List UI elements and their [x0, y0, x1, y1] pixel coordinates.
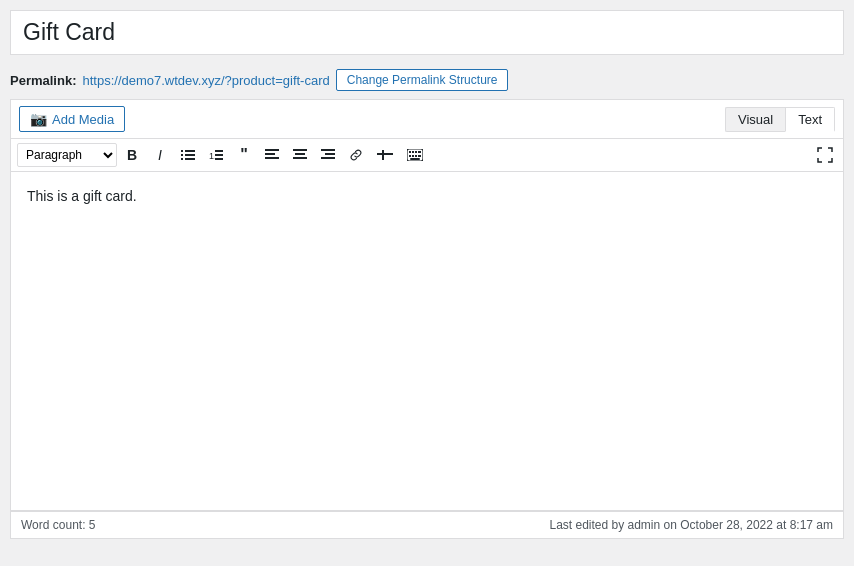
tab-visual[interactable]: Visual [725, 107, 785, 132]
svg-rect-15 [293, 157, 307, 159]
add-media-icon: 📷 [30, 111, 47, 127]
unordered-list-button[interactable] [175, 145, 201, 165]
blockquote-button[interactable]: " [231, 143, 257, 167]
svg-rect-12 [265, 157, 279, 159]
word-count: Word count: 5 [21, 518, 96, 532]
keyboard-shortcut-button[interactable] [401, 145, 429, 165]
svg-rect-19 [377, 153, 393, 155]
title-row [10, 10, 844, 55]
formatting-toolbar: Paragraph Heading 1 Heading 2 Heading 3 … [10, 138, 844, 171]
svg-rect-14 [295, 153, 305, 155]
word-count-label: Word count: [21, 518, 85, 532]
svg-rect-4 [181, 158, 183, 160]
svg-rect-5 [185, 158, 195, 160]
svg-rect-7 [215, 150, 223, 152]
add-media-label: Add Media [52, 112, 114, 127]
svg-rect-22 [409, 151, 411, 153]
align-left-icon [265, 149, 279, 161]
ol-icon: 1. [209, 149, 223, 161]
svg-rect-28 [415, 155, 417, 157]
change-permalink-button[interactable]: Change Permalink Structure [336, 69, 509, 91]
link-icon [349, 149, 363, 161]
svg-rect-8 [215, 154, 223, 156]
link-button[interactable] [343, 145, 369, 165]
svg-rect-3 [185, 154, 195, 156]
svg-rect-1 [185, 150, 195, 152]
editor-footer: Word count: 5 Last edited by admin on Oc… [10, 511, 844, 539]
svg-rect-17 [325, 153, 335, 155]
align-center-button[interactable] [287, 145, 313, 165]
bold-button[interactable]: B [119, 144, 145, 166]
word-count-value: 5 [89, 518, 96, 532]
align-right-button[interactable] [315, 145, 341, 165]
svg-rect-16 [321, 149, 335, 151]
svg-rect-0 [181, 150, 183, 152]
svg-rect-23 [412, 151, 414, 153]
fullscreen-button[interactable] [811, 143, 839, 171]
align-left-button[interactable] [259, 145, 285, 165]
editor-content-area[interactable]: This is a gift card. [10, 171, 844, 511]
tab-text[interactable]: Text [785, 107, 835, 132]
align-center-icon [293, 149, 307, 161]
svg-rect-30 [410, 158, 420, 160]
svg-rect-27 [412, 155, 414, 157]
more-icon [377, 150, 393, 160]
editor-content-text: This is a gift card. [27, 188, 827, 204]
align-right-icon [321, 149, 335, 161]
permalink-row: Permalink: https://demo7.wtdev.xyz/?prod… [10, 63, 844, 99]
svg-rect-9 [215, 158, 223, 160]
svg-rect-2 [181, 154, 183, 156]
svg-rect-24 [415, 151, 417, 153]
permalink-url[interactable]: https://demo7.wtdev.xyz/?product=gift-ca… [82, 73, 329, 88]
title-input[interactable] [11, 11, 843, 54]
svg-rect-11 [265, 153, 275, 155]
ordered-list-button[interactable]: 1. [203, 145, 229, 165]
svg-rect-10 [265, 149, 279, 151]
editor-toolbar-top: 📷 Add Media Visual Text [10, 99, 844, 138]
more-button[interactable] [371, 146, 399, 164]
svg-rect-18 [321, 157, 335, 159]
fullscreen-icon [817, 147, 833, 163]
italic-button[interactable]: I [147, 144, 173, 166]
svg-rect-25 [418, 151, 421, 153]
editor-container: Permalink: https://demo7.wtdev.xyz/?prod… [0, 0, 854, 549]
paragraph-select[interactable]: Paragraph Heading 1 Heading 2 Heading 3 … [17, 143, 117, 167]
svg-rect-29 [418, 155, 421, 157]
svg-rect-20 [382, 150, 384, 160]
svg-rect-26 [409, 155, 411, 157]
ul-icon [181, 149, 195, 161]
permalink-label: Permalink: [10, 73, 76, 88]
last-edited: Last edited by admin on October 28, 2022… [549, 518, 833, 532]
add-media-button[interactable]: 📷 Add Media [19, 106, 125, 132]
svg-rect-13 [293, 149, 307, 151]
keyboard-icon [407, 149, 423, 161]
view-tabs: Visual Text [725, 107, 835, 132]
